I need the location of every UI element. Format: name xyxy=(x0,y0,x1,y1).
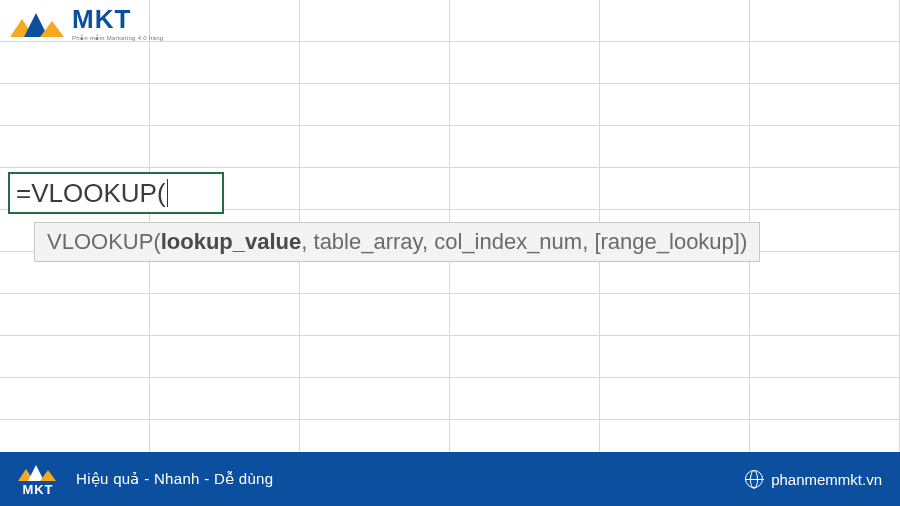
brand-logo-icon xyxy=(10,7,64,41)
footer-brand: MKT xyxy=(22,482,53,497)
brand-watermark: MKT Phần mềm Marketing 4.0 hàng xyxy=(10,6,163,41)
footer-logo: MKT xyxy=(18,461,58,497)
footer-bar: MKT Hiệu quả - Nhanh - Dễ dùng phanmemmk… xyxy=(0,452,900,506)
footer-site[interactable]: phanmemmkt.vn xyxy=(745,470,882,488)
text-cursor xyxy=(167,179,168,207)
tooltip-fn-name: VLOOKUP xyxy=(47,229,153,254)
tooltip-current-arg[interactable]: lookup_value xyxy=(161,229,302,254)
tooltip-rest-args: , table_array, col_index_num, [range_loo… xyxy=(301,229,747,254)
footer-logo-icon xyxy=(18,461,58,481)
function-tooltip[interactable]: VLOOKUP(lookup_value, table_array, col_i… xyxy=(34,222,760,262)
footer-site-text: phanmemmkt.vn xyxy=(771,471,882,488)
active-cell-input[interactable]: =VLOOKUP( xyxy=(8,172,224,214)
brand-name: MKT xyxy=(72,6,163,32)
formula-text: =VLOOKUP( xyxy=(16,178,166,209)
brand-subline: Phần mềm Marketing 4.0 hàng xyxy=(72,34,163,41)
globe-icon xyxy=(745,470,763,488)
footer-tagline: Hiệu quả - Nhanh - Dễ dùng xyxy=(76,470,273,488)
